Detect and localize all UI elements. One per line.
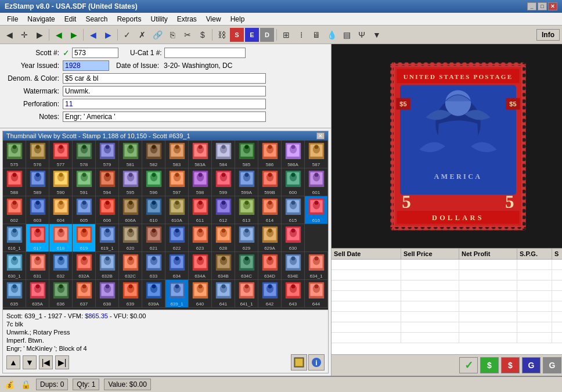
scott-input[interactable] [72, 48, 118, 58]
list-item[interactable]: 586A [282, 141, 305, 168]
stack-button[interactable]: ▤ [340, 28, 354, 42]
list-item[interactable]: 637 [73, 280, 96, 307]
copy-button[interactable]: ⎘ [165, 28, 179, 42]
list-item[interactable]: 616 [305, 196, 328, 224]
menu-edit[interactable]: Edit [60, 14, 81, 24]
e-button[interactable]: E [245, 28, 259, 42]
minimize-button[interactable]: _ [527, 2, 536, 10]
menu-reports[interactable]: Reports [112, 14, 146, 24]
next-blue-button[interactable]: ▶ [101, 28, 115, 42]
list-item[interactable]: 584 [212, 141, 235, 168]
list-item[interactable]: 581 [119, 141, 142, 168]
list-item[interactable]: 591 [73, 168, 96, 196]
list-item[interactable]: 589 [26, 168, 49, 196]
nav-cross-button[interactable]: ✛ [17, 28, 31, 42]
list-item[interactable]: 623 [189, 224, 212, 251]
list-item[interactable]: 600 [282, 168, 305, 196]
list-item[interactable]: 612 [212, 196, 235, 224]
drop-button[interactable]: 💧 [325, 28, 338, 42]
info-button[interactable]: Info [536, 29, 560, 41]
menu-utility[interactable]: Utility [146, 14, 172, 24]
back-button[interactable]: ◀ [2, 28, 16, 42]
menu-extras[interactable]: Extras [172, 14, 201, 24]
list-item[interactable]: 639 [119, 280, 142, 307]
list-item[interactable]: 632A [73, 252, 96, 279]
list-item[interactable]: 629 [235, 224, 258, 251]
link-button[interactable]: 🔗 [150, 28, 164, 42]
list-item[interactable]: 595 [119, 168, 142, 196]
list-item[interactable]: 632C [119, 252, 142, 279]
d-button[interactable]: D [260, 28, 274, 42]
list-item[interactable]: 617 [26, 224, 49, 251]
list-item[interactable]: 619_1 [96, 224, 119, 251]
list-item[interactable]: 594 [96, 168, 119, 196]
sales-dollar-green-button[interactable]: $ [480, 357, 499, 373]
nav-down-button[interactable]: ▼ [23, 355, 37, 369]
list-item[interactable]: 606 [96, 196, 119, 224]
list-item[interactable]: 590 [49, 168, 73, 196]
list-item[interactable]: 577 [49, 141, 73, 168]
list-item[interactable]: 619 [73, 224, 96, 251]
list-item[interactable]: 629A [258, 224, 282, 251]
list-item[interactable]: 643 [282, 280, 305, 307]
sales-table-body[interactable] [332, 260, 562, 354]
list-item[interactable]: 635A [26, 280, 49, 307]
list-item[interactable]: 634_1 [305, 252, 328, 279]
list-item[interactable]: 603 [26, 196, 49, 224]
list-item[interactable]: 616_1 [3, 224, 26, 251]
list-item[interactable]: 597 [165, 168, 189, 196]
list-item[interactable]: 599A [235, 168, 258, 196]
menu-navigate[interactable]: Navigate [23, 14, 59, 24]
list-item[interactable]: 640 [189, 280, 212, 307]
list-item[interactable]: 632B [96, 252, 119, 279]
list-item[interactable]: 636 [49, 280, 73, 307]
list-item[interactable]: 634E [282, 252, 305, 279]
info-view-button[interactable]: i [308, 354, 325, 371]
check-button[interactable]: ✓ [120, 28, 134, 42]
nav-last-button[interactable]: ▶| [55, 355, 69, 369]
sales-g-gray-button[interactable]: G [543, 357, 561, 373]
menu-file[interactable]: File [2, 14, 23, 24]
menu-help[interactable]: Help [226, 14, 250, 24]
list-item[interactable]: 628 [212, 224, 235, 251]
list-item[interactable]: 579 [96, 141, 119, 168]
list-item[interactable]: 583 [165, 141, 189, 168]
list-item[interactable]: 578 [73, 141, 96, 168]
maximize-button[interactable]: □ [538, 2, 547, 10]
list-item[interactable]: 639_1 [165, 280, 189, 307]
dollar-button[interactable]: $ [196, 28, 210, 42]
list-item[interactable]: 615 [282, 196, 305, 224]
prev-green-button[interactable]: ◀ [52, 28, 66, 42]
list-item[interactable]: 588 [3, 168, 26, 196]
thumbnail-close-button[interactable]: ✕ [316, 132, 325, 139]
sales-g-blue-button[interactable]: G [522, 357, 541, 373]
prev-blue-button[interactable]: ◀ [86, 28, 100, 42]
list-item[interactable]: 644 [305, 280, 328, 307]
list-item[interactable]: 587 [305, 141, 328, 168]
list-item[interactable]: 601 [305, 168, 328, 196]
chain-button[interactable]: ⛓ [215, 28, 229, 42]
list-item[interactable]: 602 [3, 196, 26, 224]
stamp-view-button[interactable] [291, 354, 307, 371]
scissors-button[interactable]: ✂ [181, 28, 194, 42]
list-item[interactable]: 622 [165, 224, 189, 251]
list-item[interactable]: 611 [189, 196, 212, 224]
menu-search[interactable]: Search [81, 14, 112, 24]
nav-up-button[interactable]: ▲ [6, 355, 20, 369]
denom-input[interactable] [63, 73, 266, 84]
forward-button[interactable]: ▶ [33, 28, 46, 42]
list-item[interactable]: 598 [189, 168, 212, 196]
list-item[interactable]: 582 [142, 141, 165, 168]
perforation-input[interactable] [63, 99, 266, 109]
grid-button[interactable]: ⊞ [279, 28, 293, 42]
list-item[interactable]: 610A [165, 196, 189, 224]
list-item[interactable]: 596 [142, 168, 165, 196]
list-item[interactable]: 630_1 [3, 252, 26, 279]
list-item[interactable]: 575 [3, 141, 26, 168]
monitor-button[interactable]: 🖥 [309, 28, 323, 42]
list-item[interactable]: 614 [258, 196, 282, 224]
sales-check-button[interactable]: ✓ [459, 357, 478, 373]
list-item[interactable]: 576 [26, 141, 49, 168]
menu-view[interactable]: View [201, 14, 226, 24]
list-item[interactable]: 606A [119, 196, 142, 224]
